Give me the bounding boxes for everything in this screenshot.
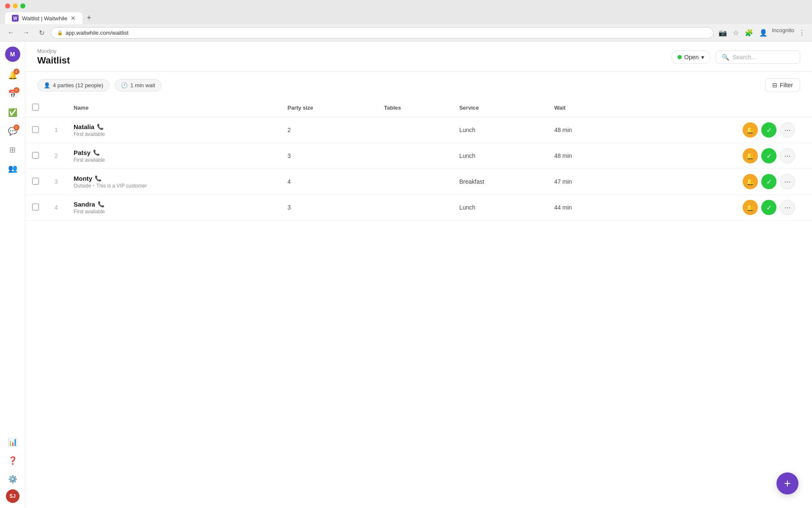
serve-button[interactable]: ✓ xyxy=(761,200,776,215)
wait-badge: 🕐 1 min wait xyxy=(115,79,162,91)
bookmark-icon[interactable]: ☆ xyxy=(731,27,741,39)
row-name-sub: First available xyxy=(74,157,274,163)
select-all-header[interactable] xyxy=(25,99,46,117)
row-name-text: Sandra xyxy=(74,201,95,208)
table-row[interactable]: 2Patsy📞First available3Lunch48 min🔔✓··· xyxy=(25,143,812,169)
row-name-main: Patsy📞 xyxy=(74,149,274,156)
row-service: Breakfast xyxy=(453,169,547,195)
sidebar-item-chat[interactable]: 💬 0 xyxy=(4,123,21,140)
row-actions: 🔔✓··· xyxy=(631,174,805,189)
table-row[interactable]: 4Sandra📞First available3Lunch44 min🔔✓··· xyxy=(25,195,812,221)
menu-icon[interactable]: ⋮ xyxy=(797,27,807,39)
sidebar-item-help[interactable]: ❓ xyxy=(4,452,21,469)
serve-button[interactable]: ✓ xyxy=(761,148,776,163)
serve-button[interactable]: ✓ xyxy=(761,122,776,138)
table-row[interactable]: 3Monty📞Outside • This is a VIP customer4… xyxy=(25,169,812,195)
row-checkbox[interactable] xyxy=(32,178,39,185)
row-name-text: Patsy xyxy=(74,149,91,156)
row-number: 4 xyxy=(46,195,67,221)
status-button[interactable]: Open ▾ xyxy=(671,50,710,64)
sidebar-item-calendar[interactable]: 📅 0 xyxy=(4,86,21,102)
new-tab-button[interactable]: + xyxy=(83,12,95,24)
page-header: Moodjoy Waitlist Open ▾ 🔍 Search... xyxy=(25,41,812,72)
row-party-size: 4 xyxy=(281,169,377,195)
url-bar[interactable]: 🔒 app.waitwhile.com/waitlist xyxy=(51,27,713,39)
row-number: 1 xyxy=(46,117,67,143)
row-checkbox-cell xyxy=(25,169,46,195)
more-options-button[interactable]: ··· xyxy=(780,174,795,189)
parties-label: 4 parties (12 people) xyxy=(53,82,103,88)
notify-button[interactable]: 🔔 xyxy=(743,148,758,163)
col-header-party-size: Party size xyxy=(281,99,377,117)
traffic-light-red[interactable] xyxy=(5,3,10,8)
sidebar-bottom-avatar[interactable]: SJ xyxy=(6,489,19,503)
sidebar-item-apps[interactable]: ⊞ xyxy=(4,141,21,158)
row-checkbox-cell xyxy=(25,117,46,143)
refresh-button[interactable]: ↻ xyxy=(36,27,47,39)
forward-button[interactable]: → xyxy=(20,27,32,39)
filter-icon: ⊟ xyxy=(772,82,777,88)
users-icon: 👤 xyxy=(44,82,50,88)
sidebar-item-analytics[interactable]: 📊 xyxy=(4,433,21,450)
row-actions-cell: 🔔✓··· xyxy=(625,143,812,169)
browser-tab-active[interactable]: W Waitlist | Waitwhile ✕ xyxy=(5,12,82,24)
extension-icon[interactable]: 🧩 xyxy=(743,27,755,39)
row-status-text: First available xyxy=(74,209,105,215)
col-header-wait: Wait xyxy=(547,99,624,117)
row-name-main: Natalia📞 xyxy=(74,123,274,130)
more-options-button[interactable]: ··· xyxy=(780,200,795,215)
table-row[interactable]: 1Natalia📞First available2Lunch48 min🔔✓··… xyxy=(25,117,812,143)
tab-close-button[interactable]: ✕ xyxy=(71,15,76,22)
row-actions: 🔔✓··· xyxy=(631,200,805,215)
search-bar[interactable]: 🔍 Search... xyxy=(716,50,800,64)
row-tables xyxy=(377,169,453,195)
col-header-name: Name xyxy=(67,99,281,117)
traffic-light-green[interactable] xyxy=(20,3,25,8)
sidebar-item-settings[interactable]: ⚙️ xyxy=(4,471,21,488)
select-all-checkbox[interactable] xyxy=(32,104,39,110)
camera-off-icon[interactable]: 📷 xyxy=(717,27,729,39)
row-checkbox[interactable] xyxy=(32,126,39,133)
toolbar: 👤 4 parties (12 people) 🕐 1 min wait ⊟ F… xyxy=(25,72,812,99)
row-tables xyxy=(377,117,453,143)
profile-icon[interactable]: 👤 xyxy=(757,27,769,39)
table-header-row: Name Party size Tables Service Wait xyxy=(25,99,812,117)
status-dot-open xyxy=(678,55,682,59)
chevron-down-icon: ▾ xyxy=(701,54,704,61)
row-name-text: Monty xyxy=(74,175,92,182)
row-name-main: Monty📞 xyxy=(74,175,274,182)
page-title: Waitlist xyxy=(37,55,70,66)
notify-button[interactable]: 🔔 xyxy=(743,174,758,189)
traffic-light-yellow[interactable] xyxy=(13,3,18,8)
add-fab-button[interactable]: + xyxy=(776,472,798,494)
users-icon: 👥 xyxy=(8,164,17,173)
phone-icon: 📞 xyxy=(95,175,102,182)
row-wait: 44 min xyxy=(547,195,624,221)
row-name-text: Natalia xyxy=(74,123,94,130)
more-options-button[interactable]: ··· xyxy=(780,148,795,163)
serve-button[interactable]: ✓ xyxy=(761,174,776,189)
row-checkbox[interactable] xyxy=(32,204,39,210)
more-options-button[interactable]: ··· xyxy=(780,122,795,138)
filter-button[interactable]: ⊟ Filter xyxy=(765,78,800,92)
row-checkbox[interactable] xyxy=(32,152,39,159)
row-service: Lunch xyxy=(453,143,547,169)
row-wait: 48 min xyxy=(547,143,624,169)
back-button[interactable]: ← xyxy=(5,27,17,39)
search-placeholder: Search... xyxy=(732,54,756,61)
wait-label: 1 min wait xyxy=(130,82,155,88)
tab-title: Waitlist | Waitwhile xyxy=(22,15,67,22)
sidebar-item-waitlist[interactable]: ✅ xyxy=(4,104,21,121)
sidebar-top-avatar[interactable]: M xyxy=(5,47,20,62)
sidebar-item-notifications[interactable]: 🔔 4 xyxy=(4,67,21,84)
row-status-text: First available xyxy=(74,157,105,163)
waitlist-table: Name Party size Tables Service Wait 1Nat… xyxy=(25,99,812,221)
sidebar: M 🔔 4 📅 0 ✅ 💬 0 ⊞ 👥 📊 ❓ xyxy=(0,41,25,508)
phone-icon: 📞 xyxy=(98,201,104,207)
col-header-tables: Tables xyxy=(377,99,453,117)
row-actions-cell: 🔔✓··· xyxy=(625,117,812,143)
notify-button[interactable]: 🔔 xyxy=(743,200,758,215)
notify-button[interactable]: 🔔 xyxy=(743,122,758,138)
url-text: app.waitwhile.com/waitlist xyxy=(66,30,129,36)
sidebar-item-team[interactable]: 👥 xyxy=(4,160,21,177)
